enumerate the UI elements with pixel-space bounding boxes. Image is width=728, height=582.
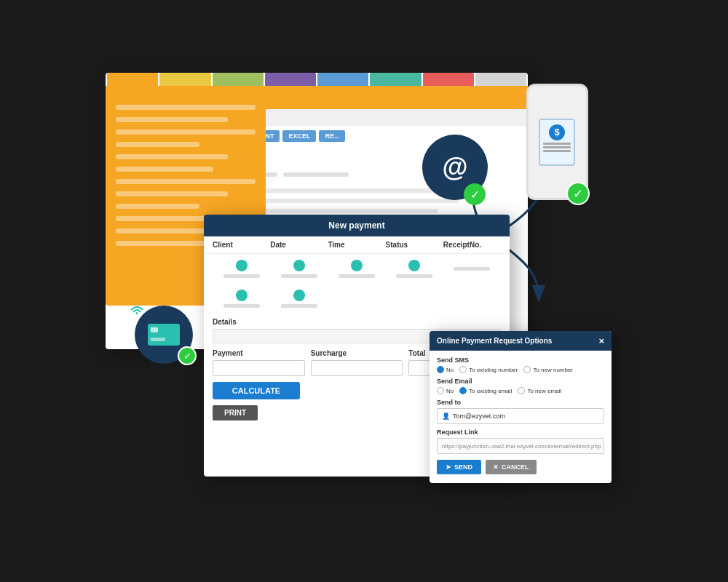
- col-client: Client: [213, 241, 270, 249]
- col-time: Time: [328, 241, 385, 249]
- inv-line-3: [543, 150, 571, 152]
- sms-new-option[interactable]: To new number: [523, 366, 573, 373]
- email-checkmark: ✓: [464, 183, 486, 205]
- email-check-icon: ✓: [470, 188, 480, 202]
- teal-dot-4: [408, 260, 420, 271]
- gray-line-cell-6: [223, 304, 260, 308]
- gray-line-cell-3: [339, 274, 375, 278]
- teal-dot-5: [236, 290, 248, 301]
- color-tab-1: [107, 73, 158, 86]
- yp-line-2: [116, 117, 228, 122]
- gray-line-cell: [223, 274, 260, 278]
- np-table-row-1: [204, 254, 510, 284]
- yp-line-5: [116, 154, 228, 159]
- card-check-icon: ✓: [183, 351, 191, 362]
- online-payment-panel: Online Payment Request Options × Send SM…: [430, 331, 612, 483]
- email-new-label: To new email: [527, 388, 561, 394]
- send-to-label: Send to: [437, 399, 604, 406]
- gray-line-cell-7: [281, 304, 317, 308]
- op-close-button[interactable]: ×: [598, 335, 604, 346]
- inv-line-1: [543, 143, 571, 145]
- phone-check-icon: ✓: [573, 186, 583, 202]
- sms-existing-option[interactable]: To existing number: [459, 366, 518, 373]
- op-cancel-button[interactable]: ✕ CANCEL: [486, 460, 537, 474]
- sms-radio-row: No To existing number To new number: [437, 366, 604, 373]
- print-button[interactable]: PRINT: [213, 405, 258, 420]
- sms-no-label: No: [446, 367, 454, 373]
- color-tab-7: [423, 73, 474, 86]
- scene: Invoice: 123456 Details SAVE SEND EMAIL …: [0, 0, 728, 582]
- yp-line-8: [116, 191, 228, 196]
- email-no-label: No: [446, 388, 454, 394]
- teal-dot: [236, 260, 248, 271]
- payment-input[interactable]: [213, 360, 305, 376]
- at-sign-icon: @: [442, 152, 467, 183]
- np-cell-1-5: [443, 267, 501, 271]
- email-no-option[interactable]: No: [437, 387, 454, 394]
- excel-button[interactable]: EXCEL: [282, 130, 316, 142]
- email-existing-option[interactable]: To existing email: [459, 387, 512, 394]
- send-arrow-icon: ➤: [446, 463, 451, 471]
- yp-line-6: [116, 167, 213, 172]
- email-radio-row: No To existing email To new email: [437, 387, 604, 394]
- re-button[interactable]: RE...: [319, 130, 345, 142]
- invoice-lines: [543, 143, 571, 152]
- credit-card-icon: [148, 324, 180, 346]
- phone-checkmark: ✓: [566, 182, 590, 205]
- send-button[interactable]: ➤ SEND: [437, 460, 481, 474]
- np-table-row-2: [204, 284, 510, 314]
- send-to-value: Tom@ezyvet.com: [453, 412, 505, 420]
- color-tab-2: [159, 73, 210, 86]
- calculate-button[interactable]: CALCULATE: [213, 382, 300, 399]
- np-cell-1-3: [328, 260, 385, 278]
- col-date: Date: [270, 241, 328, 249]
- request-link-field: https://payjunction.usw2.trial.ezyvet.co…: [437, 438, 604, 454]
- op-body: Send SMS No To existing number To new nu…: [430, 351, 612, 483]
- col-status: Status: [386, 241, 443, 249]
- phone-body: $ ✓: [526, 84, 588, 200]
- sms-no-option[interactable]: No: [437, 366, 454, 373]
- sms-no-radio[interactable]: [437, 366, 444, 373]
- payment-label: Payment: [213, 349, 305, 357]
- person-icon: 👤: [442, 412, 450, 420]
- sms-new-radio[interactable]: [523, 366, 531, 373]
- yp-line-7: [116, 179, 256, 184]
- surcharge-label: Surcharge: [311, 349, 403, 357]
- email-existing-label: To existing email: [469, 388, 512, 394]
- send-label: SEND: [454, 463, 472, 471]
- surcharge-input[interactable]: [311, 360, 403, 376]
- email-new-radio[interactable]: [518, 387, 525, 394]
- teal-dot-3: [351, 260, 363, 271]
- op-title: Online Payment Request Options: [437, 337, 552, 345]
- yp-line-4: [116, 142, 199, 147]
- email-no-radio[interactable]: [437, 387, 444, 394]
- new-payment-header: New payment: [204, 215, 510, 236]
- field-line-med: [283, 172, 349, 177]
- gray-line-cell-4: [396, 274, 432, 278]
- color-tab-5: [317, 73, 368, 86]
- col-receipt: ReceiptNo.: [443, 241, 501, 249]
- email-new-option[interactable]: To new email: [518, 387, 561, 394]
- sms-new-label: To new number: [533, 367, 573, 373]
- teal-dot-2: [293, 260, 305, 271]
- email-existing-radio[interactable]: [459, 387, 467, 394]
- op-footer-buttons: ➤ SEND ✕ CANCEL: [437, 460, 604, 477]
- card-checkmark: ✓: [178, 346, 197, 365]
- op-cancel-label: CANCEL: [502, 463, 529, 471]
- color-tab-3: [213, 73, 264, 86]
- phone-container: $ ✓: [517, 84, 597, 229]
- op-header: Online Payment Request Options ×: [430, 331, 612, 351]
- np-cell-1-4: [386, 260, 443, 278]
- invoice-icon: $: [539, 119, 575, 166]
- cancel-x-icon: ✕: [493, 463, 499, 471]
- np-cell-1-1: [213, 260, 270, 278]
- dollar-icon: $: [549, 124, 565, 140]
- send-email-label: Send Email: [437, 378, 604, 385]
- color-tabs: [106, 73, 528, 86]
- gray-line-cell-2: [281, 274, 317, 278]
- color-tab-4: [265, 73, 316, 86]
- send-to-field[interactable]: 👤 Tom@ezyvet.com: [437, 408, 604, 424]
- sms-existing-radio[interactable]: [459, 366, 467, 373]
- send-sms-label: Send SMS: [437, 356, 604, 364]
- yp-line-3: [116, 129, 256, 135]
